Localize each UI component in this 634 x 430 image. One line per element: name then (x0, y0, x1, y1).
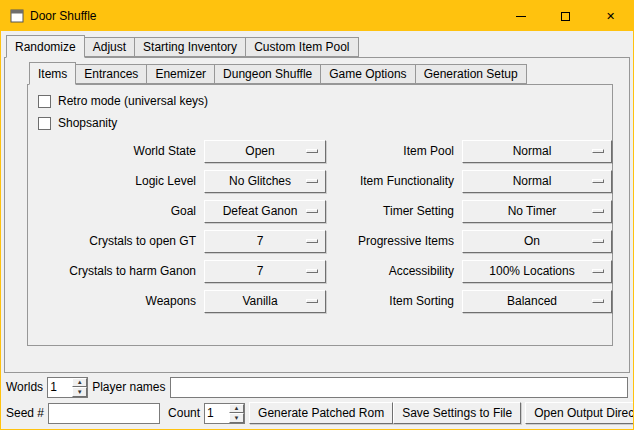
tab-enemizer[interactable]: Enemizer (146, 64, 215, 84)
optionmenu-indicator-icon (306, 209, 318, 213)
optionmenu-indicator-icon (306, 269, 318, 273)
count-label: Count (168, 406, 200, 420)
tab-generation-setup[interactable]: Generation Setup (415, 64, 527, 84)
generate-patched-rom-button[interactable]: Generate Patched Rom (249, 402, 393, 424)
accessibility-value: 100% Locations (489, 264, 574, 278)
crystals-open-gt-label: Crystals to open GT (36, 234, 196, 248)
close-icon: ✕ (606, 11, 615, 22)
spin-down-button[interactable]: ▼ (229, 413, 244, 423)
count-spinner[interactable]: ▲ ▼ (204, 403, 245, 424)
timer-setting-label: Timer Setting (334, 204, 454, 218)
seed-input[interactable] (48, 403, 160, 424)
spin-up-button[interactable]: ▲ (229, 404, 244, 414)
tab-entrances[interactable]: Entrances (75, 64, 147, 84)
optionmenu-indicator-icon (592, 149, 604, 153)
tab-dungeon-shuffle[interactable]: Dungeon Shuffle (214, 64, 321, 84)
app-window: Door Shuffle ✕ Randomize Adjust Starting… (0, 0, 634, 430)
shopsanity-checkbox-row[interactable]: Shopsanity (38, 112, 612, 134)
main-notebook: Randomize Adjust Starting Inventory Cust… (4, 35, 630, 373)
window-titlebar: Door Shuffle ✕ (1, 1, 633, 31)
minimize-icon (516, 16, 526, 17)
tab-starting-inventory[interactable]: Starting Inventory (134, 37, 246, 57)
item-functionality-label: Item Functionality (334, 174, 454, 188)
optionmenu-indicator-icon (306, 239, 318, 243)
settings-tab-row: Items Entrances Enemizer Dungeon Shuffle… (27, 62, 613, 85)
optionmenu-indicator-icon (592, 299, 604, 303)
item-pool-label: Item Pool (334, 144, 454, 158)
optionmenu-indicator-icon (306, 179, 318, 183)
accessibility-dropdown[interactable]: 100% Locations (462, 260, 612, 283)
world-state-value: Open (245, 144, 274, 158)
item-sorting-value: Balanced (507, 294, 557, 308)
spin-up-button[interactable]: ▲ (72, 378, 87, 388)
save-settings-button[interactable]: Save Settings to File (393, 402, 521, 424)
shopsanity-checkbox[interactable] (38, 117, 51, 130)
world-state-dropdown[interactable]: Open (204, 140, 326, 163)
worlds-spinner[interactable]: ▲ ▼ (47, 377, 88, 398)
worlds-row: Worlds ▲ ▼ Player names (6, 376, 628, 398)
item-functionality-dropdown[interactable]: Normal (462, 170, 612, 193)
world-state-label: World State (36, 144, 196, 158)
window-controls: ✕ (498, 1, 633, 31)
settings-notebook: Items Entrances Enemizer Dungeon Shuffle… (27, 62, 613, 346)
seed-row: Seed # Count ▲ ▼ Generate Patched Rom Sa… (6, 402, 628, 424)
progressive-items-label: Progressive Items (334, 234, 454, 248)
minimize-button[interactable] (498, 1, 543, 31)
progressive-items-dropdown[interactable]: On (462, 230, 612, 253)
goal-value: Defeat Ganon (223, 204, 298, 218)
item-sorting-dropdown[interactable]: Balanced (462, 290, 612, 313)
tab-custom-item-pool[interactable]: Custom Item Pool (245, 37, 358, 57)
weapons-value: Vanilla (242, 294, 277, 308)
player-names-label: Player names (92, 380, 165, 394)
shopsanity-label: Shopsanity (58, 116, 117, 130)
spin-down-button[interactable]: ▼ (72, 387, 87, 397)
weapons-dropdown[interactable]: Vanilla (204, 290, 326, 313)
app-icon (9, 8, 25, 24)
crystals-open-gt-dropdown[interactable]: 7 (204, 230, 326, 253)
goal-dropdown[interactable]: Defeat Ganon (204, 200, 326, 223)
retro-mode-checkbox-row[interactable]: Retro mode (universal keys) (38, 90, 612, 112)
optionmenu-indicator-icon (592, 239, 604, 243)
accessibility-label: Accessibility (334, 264, 454, 278)
worlds-input[interactable] (48, 378, 72, 397)
retro-mode-checkbox[interactable] (38, 95, 51, 108)
crystals-open-gt-value: 7 (257, 234, 264, 248)
main-tab-row: Randomize Adjust Starting Inventory Cust… (4, 35, 630, 58)
item-pool-value: Normal (513, 144, 552, 158)
maximize-icon (561, 12, 570, 21)
count-input[interactable] (205, 404, 229, 423)
randomize-pane: Items Entrances Enemizer Dungeon Shuffle… (4, 57, 630, 373)
tab-game-options[interactable]: Game Options (320, 64, 415, 84)
player-names-input[interactable] (170, 377, 629, 398)
count-spin-arrows: ▲ ▼ (229, 404, 244, 423)
crystals-harm-ganon-label: Crystals to harm Ganon (36, 264, 196, 278)
timer-setting-dropdown[interactable]: No Timer (462, 200, 612, 223)
logic-level-value: No Glitches (229, 174, 291, 188)
open-output-directory-button[interactable]: Open Output Directory (525, 402, 634, 424)
optionmenu-indicator-icon (306, 299, 318, 303)
maximize-button[interactable] (543, 1, 588, 31)
weapons-label: Weapons (36, 294, 196, 308)
items-pane: Retro mode (universal keys) Shopsanity W… (27, 84, 613, 346)
progressive-items-value: On (524, 234, 540, 248)
tab-items[interactable]: Items (29, 62, 76, 85)
timer-setting-value: No Timer (508, 204, 557, 218)
retro-mode-label: Retro mode (universal keys) (58, 94, 208, 108)
item-pool-dropdown[interactable]: Normal (462, 140, 612, 163)
optionmenu-indicator-icon (592, 209, 604, 213)
worlds-spin-arrows: ▲ ▼ (72, 378, 87, 397)
optionmenu-indicator-icon (592, 179, 604, 183)
seed-label: Seed # (6, 406, 44, 420)
logic-level-label: Logic Level (36, 174, 196, 188)
tab-randomize[interactable]: Randomize (6, 35, 85, 58)
logic-level-dropdown[interactable]: No Glitches (204, 170, 326, 193)
tab-adjust[interactable]: Adjust (84, 37, 135, 57)
item-sorting-label: Item Sorting (334, 294, 454, 308)
close-button[interactable]: ✕ (588, 1, 633, 31)
options-grid: World State Open Item Pool Normal Logic … (36, 136, 612, 316)
optionmenu-indicator-icon (306, 149, 318, 153)
crystals-harm-ganon-value: 7 (257, 264, 264, 278)
crystals-harm-ganon-dropdown[interactable]: 7 (204, 260, 326, 283)
item-functionality-value: Normal (513, 174, 552, 188)
goal-label: Goal (36, 204, 196, 218)
